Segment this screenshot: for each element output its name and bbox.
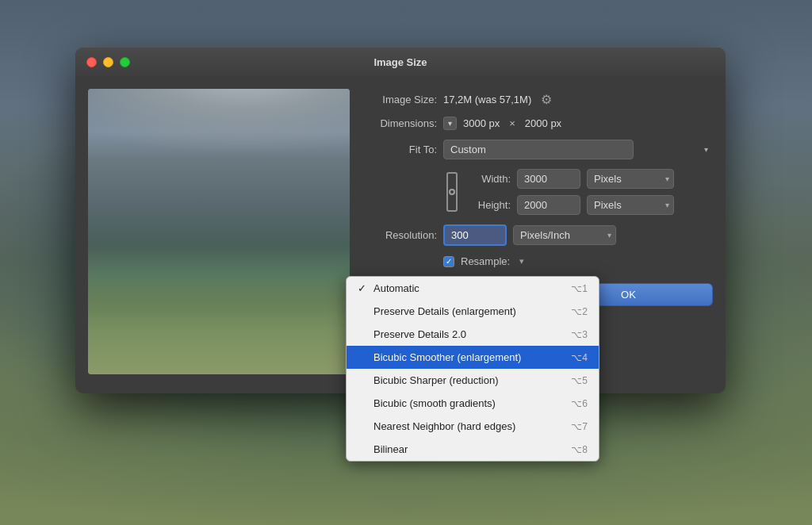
close-button[interactable]	[86, 57, 97, 67]
height-unit-select[interactable]: Pixels Percent Inches Centimeters	[587, 195, 674, 215]
dimensions-chevron[interactable]: ▾	[443, 117, 457, 130]
resample-checkbox[interactable]: ✓	[443, 256, 454, 267]
image-size-row: Image Size: 17,2M (was 57,1M) ⚙	[366, 92, 713, 107]
fit-to-select[interactable]: Custom Original Size US Paper Internatio…	[443, 140, 634, 159]
link-dot	[449, 189, 455, 195]
width-unit-wrapper: Pixels Percent Inches Centimeters ▾	[587, 169, 674, 189]
width-unit-select[interactable]: Pixels Percent Inches Centimeters	[587, 169, 674, 189]
height-input[interactable]	[517, 195, 580, 215]
height-label: Height:	[467, 199, 511, 211]
menu-item-bicubic-smoother[interactable]: Bicubic Smoother (enlargement)⌥4	[347, 346, 599, 369]
menu-item-preserve-details-2[interactable]: Preserve Details 2.0⌥3	[347, 323, 599, 346]
menu-item-shortcut-preserve-details-2: ⌥3	[571, 329, 588, 340]
width-row: Width: Pixels Percent Inches Centimeters…	[467, 169, 674, 189]
resolution-unit-select[interactable]: Pixels/Inch Pixels/Centimeter	[513, 225, 616, 245]
resample-arrow: ▾	[519, 256, 524, 266]
menu-item-label-bicubic: Bicubic (smooth gradients)	[370, 397, 571, 409]
maximize-button[interactable]	[120, 57, 130, 67]
dimensions-height: 2000 px	[525, 117, 561, 129]
resample-label: Resample:	[461, 255, 510, 267]
fit-to-row: Fit To: Custom Original Size US Paper In…	[366, 140, 713, 159]
menu-item-nearest-neighbor[interactable]: Nearest Neighbor (hard edges)⌥7	[347, 415, 599, 438]
menu-item-label-bilinear: Bilinear	[370, 443, 571, 455]
height-unit-wrapper: Pixels Percent Inches Centimeters ▾	[587, 195, 674, 215]
resolution-input[interactable]	[443, 224, 507, 246]
menu-item-label-preserve-details-2: Preserve Details 2.0	[370, 328, 571, 340]
resolution-label: Resolution:	[366, 229, 437, 241]
menu-item-label-automatic: Automatic	[370, 282, 571, 294]
link-bracket	[443, 172, 461, 212]
gear-button[interactable]: ⚙	[541, 92, 552, 107]
menu-item-label-bicubic-smoother: Bicubic Smoother (enlargement)	[370, 351, 571, 363]
menu-item-label-nearest-neighbor: Nearest Neighbor (hard edges)	[370, 420, 571, 432]
menu-item-automatic[interactable]: ✓Automatic⌥1	[347, 277, 599, 300]
traffic-lights	[86, 57, 130, 67]
title-bar: Image Size	[75, 48, 726, 76]
resolution-row: Resolution: Pixels/Inch Pixels/Centimete…	[366, 224, 713, 246]
fit-to-select-wrapper: Custom Original Size US Paper Internatio…	[443, 140, 713, 159]
menu-item-preserve-details[interactable]: Preserve Details (enlargement)⌥2	[347, 300, 599, 323]
menu-item-bicubic[interactable]: Bicubic (smooth gradients)⌥6	[347, 392, 599, 415]
height-row: Height: Pixels Percent Inches Centimeter…	[467, 195, 674, 215]
menu-item-shortcut-nearest-neighbor: ⌥7	[571, 421, 588, 432]
menu-item-bilinear[interactable]: Bilinear⌥8	[347, 438, 599, 461]
window-title: Image Size	[373, 56, 427, 68]
menu-item-shortcut-bicubic-sharper: ⌥5	[571, 375, 588, 386]
image-size-value: 17,2M (was 57,1M)	[443, 94, 531, 105]
menu-item-label-preserve-details: Preserve Details (enlargement)	[370, 305, 571, 317]
resample-row: ✓ Resample: ▾	[366, 255, 713, 267]
menu-item-shortcut-bilinear: ⌥8	[571, 444, 588, 455]
fit-to-chevron: ▾	[704, 145, 708, 154]
width-input[interactable]	[517, 169, 580, 189]
menu-item-bicubic-sharper[interactable]: Bicubic Sharper (reduction)⌥5	[347, 369, 599, 392]
menu-item-shortcut-bicubic-smoother: ⌥4	[571, 352, 588, 363]
menu-item-shortcut-preserve-details: ⌥2	[571, 306, 588, 317]
menu-item-shortcut-bicubic: ⌥6	[571, 398, 588, 409]
menu-item-label-bicubic-sharper: Bicubic Sharper (reduction)	[370, 374, 571, 386]
minimize-button[interactable]	[103, 57, 113, 67]
resample-dropdown: ✓Automatic⌥1Preserve Details (enlargemen…	[346, 276, 599, 462]
wh-fields: Width: Pixels Percent Inches Centimeters…	[467, 169, 674, 215]
link-icon	[446, 172, 458, 212]
wh-container: Width: Pixels Percent Inches Centimeters…	[366, 169, 713, 215]
dimensions-separator: ×	[509, 117, 515, 129]
dimensions-width: 3000 px	[463, 117, 500, 129]
image-preview	[88, 89, 350, 374]
width-label: Width:	[467, 173, 511, 185]
resolution-unit-wrapper: Pixels/Inch Pixels/Centimeter ▾	[513, 225, 616, 245]
image-size-label: Image Size:	[366, 94, 437, 105]
fit-to-label: Fit To:	[366, 144, 437, 155]
dimensions-label: Dimensions:	[366, 117, 437, 129]
menu-item-check-automatic: ✓	[358, 282, 370, 294]
dimensions-row: Dimensions: ▾ 3000 px × 2000 px	[366, 117, 713, 130]
menu-item-shortcut-automatic: ⌥1	[571, 283, 588, 294]
